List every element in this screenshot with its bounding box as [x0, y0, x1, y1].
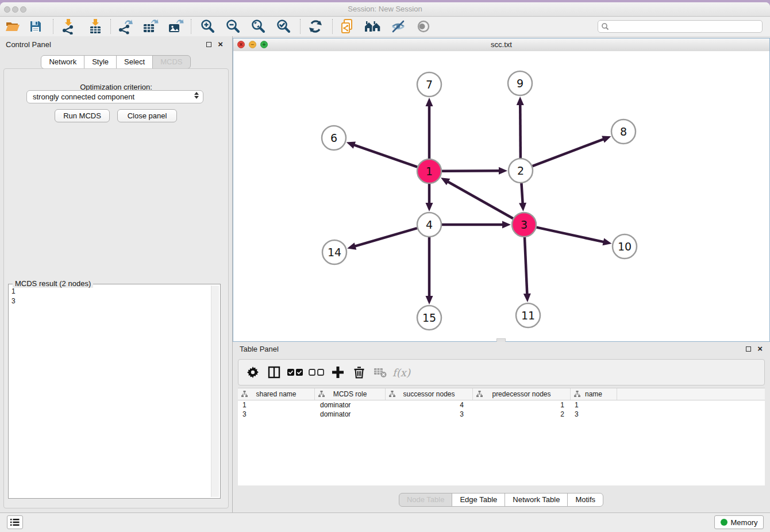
graph-node-8[interactable]: 8	[611, 119, 636, 144]
edge-1-6[interactable]	[353, 145, 417, 167]
search-input[interactable]	[609, 22, 762, 31]
tab-edge-table[interactable]: Edge Table	[452, 493, 505, 507]
edge-2-9[interactable]	[520, 104, 521, 158]
export-table-icon[interactable]	[142, 18, 159, 34]
zoom-in-icon[interactable]	[199, 18, 217, 34]
edge-2-8[interactable]	[533, 139, 605, 166]
add-row-plus-icon[interactable]	[327, 364, 348, 381]
table-cell[interactable]: 3	[238, 410, 315, 418]
graph-node-6[interactable]: 6	[322, 126, 346, 150]
svg-text:4: 4	[426, 218, 433, 231]
tab-motifs[interactable]: Motifs	[567, 493, 603, 507]
svg-text:10: 10	[618, 240, 632, 253]
apply-layout-refresh-icon[interactable]	[307, 18, 324, 34]
run-mcds-button[interactable]: Run MCDS	[55, 109, 110, 122]
table-cell[interactable]: dominator	[315, 401, 386, 409]
open-folder-icon[interactable]	[4, 18, 21, 34]
column-header-name[interactable]: name	[571, 388, 617, 400]
column-header-MCDS-role[interactable]: MCDS role	[315, 388, 386, 400]
edge-3-10[interactable]	[536, 228, 604, 242]
table-cell[interactable]: 1	[238, 401, 315, 409]
graph-node-4[interactable]: 4	[417, 213, 441, 237]
panel-toggle-button[interactable]	[7, 515, 23, 529]
app-window: Session: New Session	[0, 2, 770, 532]
column-header-predecessor-nodes[interactable]: predecessor nodes	[473, 388, 571, 400]
column-header-successor-nodes[interactable]: successor nodes	[386, 388, 473, 400]
tab-mcds[interactable]: MCDS	[152, 55, 190, 69]
float-panel-icon[interactable]	[206, 42, 211, 47]
graph-node-9[interactable]: 9	[508, 71, 532, 95]
graph-node-3[interactable]: 3	[512, 213, 536, 237]
home-icon[interactable]	[364, 18, 382, 34]
import-table-icon[interactable]	[87, 18, 104, 34]
table-cell[interactable]: 2	[473, 410, 571, 418]
show-results-eye-icon[interactable]	[415, 18, 432, 34]
mcds-tab-pane: Optimization criterion: strongly connect…	[3, 68, 229, 508]
tab-select[interactable]: Select	[116, 55, 153, 69]
status-bar: Memory	[0, 512, 770, 532]
criterion-dropdown[interactable]: strongly connected component	[26, 90, 203, 103]
graph-node-10[interactable]: 10	[613, 234, 637, 259]
graph-node-15[interactable]: 15	[417, 306, 441, 330]
column-chooser-icon[interactable]	[263, 364, 284, 381]
clone-network-icon[interactable]	[338, 18, 356, 34]
table-cell[interactable]: 3	[571, 410, 617, 418]
function-builder-icon[interactable]: f(x)	[391, 364, 412, 381]
delete-table-icon[interactable]	[369, 364, 391, 381]
memory-button[interactable]: Memory	[714, 515, 764, 529]
graph-node-14[interactable]: 14	[322, 240, 346, 264]
save-floppy-icon[interactable]	[27, 18, 44, 34]
dropdown-stepper-icon	[194, 92, 199, 99]
network-canvas[interactable]: 7968124314101511	[233, 51, 769, 341]
delete-row-trash-icon[interactable]	[348, 364, 369, 381]
window-titlebar[interactable]: Session: New Session	[0, 2, 770, 17]
float-table-panel-icon[interactable]	[746, 346, 751, 352]
zoom-selected-icon[interactable]	[275, 18, 292, 34]
edge-3-11[interactable]	[525, 237, 527, 295]
export-image-icon[interactable]	[167, 18, 184, 34]
graph-node-11[interactable]: 11	[516, 303, 540, 327]
edge-3-1[interactable]	[447, 182, 513, 219]
tab-network[interactable]: Network	[41, 55, 84, 69]
column-header-shared-name[interactable]: shared name	[238, 388, 315, 400]
edge-2-3[interactable]	[521, 183, 522, 204]
tab-network-table[interactable]: Network Table	[505, 493, 568, 507]
settings-gear-icon[interactable]	[242, 364, 263, 381]
tab-node-table[interactable]: Node Table	[399, 493, 453, 507]
table-tabs: Node TableEdge TableNetwork TableMotifs	[233, 493, 770, 507]
graph-node-2[interactable]: 2	[509, 159, 533, 183]
deselect-all-icon[interactable]	[306, 364, 327, 381]
table-panel: Table Panel ×	[233, 342, 770, 513]
zoom-out-icon[interactable]	[225, 18, 242, 34]
tab-style[interactable]: Style	[84, 55, 117, 69]
table-cell[interactable]: dominator	[315, 410, 386, 418]
edge-arrowhead	[602, 136, 611, 142]
import-network-icon[interactable]	[59, 18, 76, 34]
result-scrollbar[interactable]	[211, 286, 219, 497]
table-cell[interactable]: 1	[473, 401, 571, 409]
hide-results-eye-slash-icon[interactable]	[390, 18, 407, 34]
memory-label: Memory	[731, 518, 758, 527]
zoom-fit-icon[interactable]	[250, 18, 267, 34]
export-network-icon[interactable]	[117, 18, 134, 34]
edge-4-14[interactable]	[355, 228, 417, 246]
graph-node-7[interactable]: 7	[417, 72, 441, 97]
criterion-dropdown-value: strongly connected component	[33, 92, 134, 101]
edge-1-2[interactable]	[442, 171, 500, 171]
mcds-result-text[interactable]: 1 3	[11, 287, 210, 496]
close-panel-button[interactable]: Close panel	[117, 109, 177, 122]
table-cell[interactable]: 3	[386, 410, 473, 418]
select-all-checks-icon[interactable]	[284, 364, 306, 381]
table-toolbar: f(x)	[238, 359, 765, 385]
graph-node-1[interactable]: 1	[417, 159, 441, 183]
close-table-panel-icon[interactable]: ×	[757, 344, 763, 354]
table-row[interactable]: 3dominator323	[238, 410, 765, 419]
toolbar-separator	[332, 19, 333, 34]
network-frame-titlebar[interactable]: × − + scc.txt	[233, 38, 769, 52]
edge-arrowhead	[519, 203, 526, 211]
table-row[interactable]: 1dominator411	[238, 400, 765, 410]
close-panel-icon[interactable]: ×	[218, 39, 223, 49]
search-box[interactable]	[598, 20, 763, 33]
table-cell[interactable]: 1	[571, 401, 617, 409]
table-cell[interactable]: 4	[386, 401, 473, 409]
